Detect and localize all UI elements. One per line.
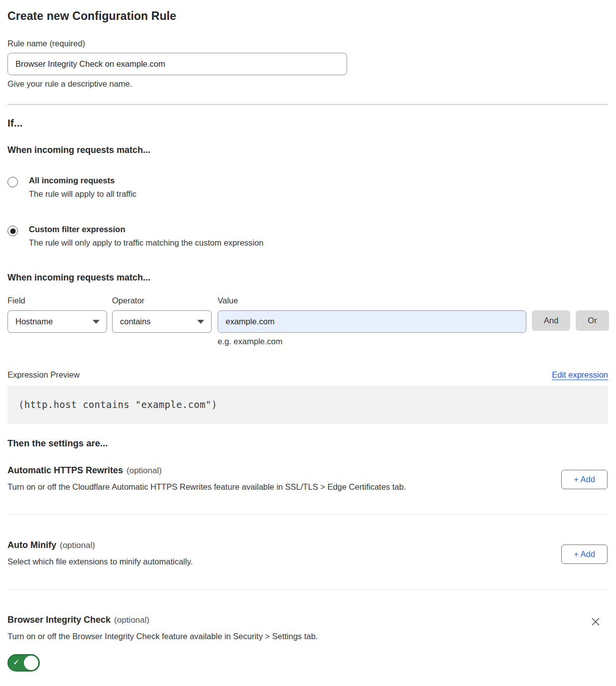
setting-auto-minify: Auto Minify (optional) Select which file…: [7, 540, 608, 566]
radio-option-custom-filter-expression[interactable]: Custom filter expression The rule will o…: [7, 225, 608, 248]
page-title: Create new Configuration Rule: [7, 9, 608, 23]
operator-label: Operator: [112, 296, 218, 305]
browser-integrity-check-toggle-on[interactable]: ✓: [7, 654, 40, 672]
operator-select[interactable]: contains: [112, 310, 212, 333]
create-configuration-rule-page: Create new Configuration Rule Rule name …: [0, 0, 616, 686]
expression-preview-label: Expression Preview: [7, 370, 80, 380]
radio-option-label: Custom filter expression: [29, 225, 263, 234]
expression-preview-block: (http.host contains "example.com"): [7, 386, 608, 424]
expression-builder-heading: When incoming requests match...: [7, 273, 608, 283]
setting-description: Turn on or off the Browser Integrity Che…: [7, 632, 608, 641]
rule-name-input[interactable]: [7, 53, 347, 75]
setting-description: Select which file extensions to minify a…: [7, 557, 608, 566]
toggle-knob: [24, 656, 38, 670]
edit-expression-link[interactable]: Edit expression: [552, 370, 608, 380]
radio-option-description: The rule will apply to all traffic: [29, 189, 136, 199]
or-button[interactable]: Or: [576, 310, 609, 331]
setting-automatic-https-rewrites: Automatic HTTPS Rewrites (optional) Turn…: [7, 465, 608, 492]
value-hint: e.g. example.com: [218, 337, 608, 346]
if-heading: If...: [7, 117, 608, 129]
radio-option-description: The rule will only apply to traffic matc…: [29, 238, 263, 248]
setting-title: Auto Minify: [7, 540, 56, 550]
add-automatic-https-rewrites-button[interactable]: + Add: [561, 470, 608, 489]
add-auto-minify-button[interactable]: + Add: [561, 545, 608, 564]
close-icon[interactable]: [590, 616, 602, 628]
match-heading: When incoming requests match...: [7, 145, 608, 155]
setting-browser-integrity-check: Browser Integrity Check (optional) Turn …: [7, 615, 608, 674]
value-input[interactable]: [218, 310, 526, 333]
setting-divider: [7, 514, 608, 515]
radio-option-label: All incoming requests: [29, 176, 136, 185]
radio-button[interactable]: [7, 177, 18, 187]
field-select[interactable]: Hostname: [7, 310, 107, 333]
setting-description: Turn on or off the Cloudflare Automatic …: [7, 482, 608, 492]
chevron-down-icon: [197, 320, 204, 324]
field-label: Field: [7, 296, 112, 305]
radio-option-all-incoming-requests[interactable]: All incoming requests The rule will appl…: [7, 176, 608, 199]
field-select-value: Hostname: [15, 317, 53, 326]
setting-title: Browser Integrity Check: [7, 615, 111, 625]
radio-button-selected[interactable]: [7, 226, 18, 236]
rule-name-label: Rule name (required): [7, 39, 608, 48]
rule-name-help: Give your rule a descriptive name.: [7, 79, 608, 89]
then-settings-heading: Then the settings are...: [7, 438, 608, 449]
expression-builder-row: Field Hostname Operator contains Value: [7, 296, 608, 333]
and-button[interactable]: And: [532, 310, 570, 331]
chevron-down-icon: [93, 320, 100, 324]
section-divider: [7, 104, 608, 105]
setting-optional-tag: (optional): [114, 615, 149, 625]
expression-code: (http.host contains "example.com"): [18, 399, 217, 410]
operator-select-value: contains: [120, 317, 150, 326]
checkmark-icon: ✓: [13, 659, 19, 667]
setting-optional-tag: (optional): [60, 541, 95, 550]
setting-optional-tag: (optional): [126, 466, 162, 476]
value-label: Value: [218, 296, 526, 305]
setting-title: Automatic HTTPS Rewrites: [7, 465, 123, 476]
setting-divider: [7, 589, 608, 590]
